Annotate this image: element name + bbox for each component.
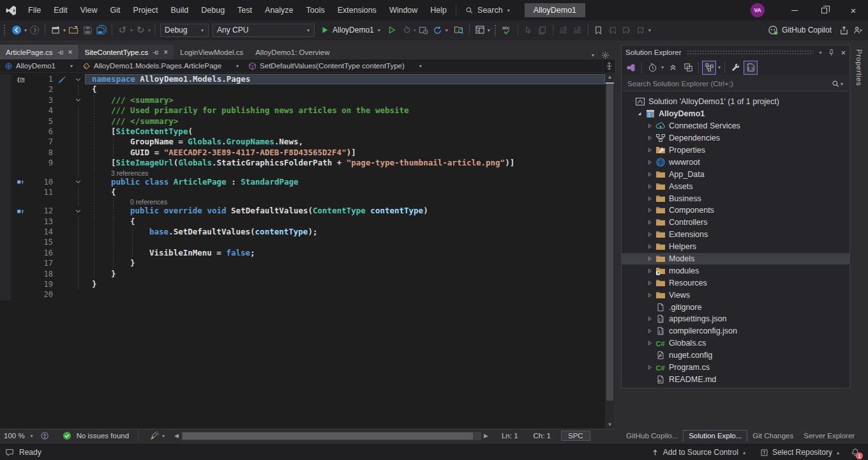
tree-item-components[interactable]: Components <box>622 204 849 217</box>
add-to-source-control-button[interactable]: Add to Source Control ▴ <box>646 448 751 457</box>
code-text[interactable]: base.SetDefaultValues(contentType); <box>85 227 605 237</box>
chevron-collapsed-icon[interactable] <box>645 195 655 203</box>
indicator-margin[interactable] <box>0 95 11 105</box>
tree-item-globals-cs[interactable]: C#Globals.cs <box>622 337 849 349</box>
code-text[interactable]: [SiteContentType( <box>85 126 605 137</box>
redo-icon[interactable]: ↻ <box>134 24 147 36</box>
tab-alloydemo1-overview[interactable]: AlloyDemo1: Overview <box>250 45 335 59</box>
sync-namespaces-icon[interactable] <box>681 61 695 75</box>
indicator-margin[interactable] <box>0 169 11 177</box>
tree-item--gitignore[interactable]: .gitignore <box>622 301 849 313</box>
pin-icon[interactable] <box>152 49 160 56</box>
panel-menu-icon[interactable]: ▾ <box>819 50 821 56</box>
panel-tab-git-changes[interactable]: Git Changes <box>747 431 798 441</box>
indicator-margin[interactable] <box>0 148 11 158</box>
menu-git[interactable]: Git <box>104 0 127 20</box>
performance-icon[interactable] <box>417 24 430 36</box>
code-text[interactable]: [SiteImageUrl(Globals.StaticGraphicsFold… <box>85 158 605 168</box>
menu-view[interactable]: View <box>74 0 104 20</box>
code-cleanup-icon[interactable] <box>148 429 161 442</box>
cleanup-dropdown[interactable]: ▾ <box>162 433 165 439</box>
find-in-files-icon[interactable] <box>453 24 465 36</box>
redo-dropdown[interactable]: ▾ <box>148 27 151 33</box>
scroll-down-icon[interactable]: ▼ <box>605 422 615 427</box>
chevron-collapsed-icon[interactable] <box>645 291 655 299</box>
decrease-indent-icon[interactable] <box>557 24 570 36</box>
pending-changes-filter-icon[interactable] <box>645 61 659 75</box>
spell-check-icon[interactable]: abc <box>501 24 514 36</box>
codelens-link[interactable]: 3 references <box>85 169 605 177</box>
minimize-button[interactable] <box>780 0 809 20</box>
tree-item-connected-services[interactable]: Connected Services <box>622 120 849 132</box>
indicator-margin[interactable] <box>0 137 11 147</box>
tree-item-assets[interactable]: Assets <box>622 180 849 192</box>
tab-articlepage-cs[interactable]: ArticlePage.cs× <box>0 45 79 59</box>
scroll-up-icon[interactable]: ▲ <box>605 74 615 80</box>
bookmark-dropdown[interactable]: ▾ <box>648 27 651 33</box>
tree-item-compilerconfig-json[interactable]: {}compilerconfig.json <box>622 325 849 337</box>
code-text[interactable]: { <box>85 187 605 197</box>
zoom-control[interactable]: 100 % ▾ <box>0 432 38 440</box>
panel-close-icon[interactable]: × <box>841 48 846 57</box>
indicator-margin[interactable] <box>0 217 11 227</box>
editor-horizontal-scrollbar[interactable] <box>181 432 481 440</box>
live-share-icon[interactable] <box>851 24 864 36</box>
menu-debug[interactable]: Debug <box>195 0 231 20</box>
indicator-margin[interactable] <box>0 105 11 116</box>
breadcrumb-segment-0[interactable]: AlloyDemo1▾ <box>0 59 78 72</box>
fold-chevron-icon[interactable] <box>71 95 85 105</box>
code-text[interactable]: /// </summary> <box>85 116 605 126</box>
window-layout-dropdown[interactable]: ▾ <box>488 27 490 33</box>
chevron-collapsed-icon[interactable] <box>645 327 655 335</box>
column-indicator[interactable]: Ch: 1 <box>526 432 559 440</box>
fold-chevron-icon[interactable] <box>71 206 85 216</box>
feedback-icon[interactable] <box>5 448 14 457</box>
code-text[interactable]: } <box>85 258 605 268</box>
toolbar-grip[interactable] <box>494 24 497 36</box>
chevron-collapsed-icon[interactable] <box>645 134 655 142</box>
indicator-margin[interactable] <box>0 74 11 84</box>
navigate-forward-icon[interactable] <box>28 24 41 36</box>
tree-item-wwwroot[interactable]: wwwroot <box>622 156 849 168</box>
start-without-debug-icon[interactable] <box>385 24 398 36</box>
code-text[interactable]: { <box>85 84 605 95</box>
tree-item-app-data[interactable]: App_Data <box>622 168 849 180</box>
tree-item-solution-alloydemo1-1-of-1-project-[interactable]: Solution 'AlloyDemo1' (1 of 1 project) <box>622 96 849 108</box>
code-text[interactable]: /// Used primarily for publishing news a… <box>85 105 605 116</box>
inherit-glyph-icon[interactable] <box>11 206 30 216</box>
indicator-margin[interactable] <box>0 279 11 289</box>
panel-tab-solution-explo-[interactable]: Solution Explo... <box>683 430 747 441</box>
toolbar-grip[interactable] <box>3 24 6 36</box>
code-text[interactable]: namespace AlloyDemo1.Models.Pages <box>85 74 605 84</box>
menu-extensions[interactable]: Extensions <box>331 0 383 20</box>
navigate-back-icon[interactable] <box>10 24 23 36</box>
avatar[interactable]: VA <box>751 3 765 17</box>
indicator-margin[interactable] <box>0 158 11 168</box>
chevron-collapsed-icon[interactable] <box>645 171 655 178</box>
code-text[interactable]: VisibleInMenu = false; <box>85 248 605 258</box>
select-repository-button[interactable]: Select Repository ▴ <box>755 448 845 457</box>
braces-glyph-icon[interactable]: { <box>11 74 30 84</box>
properties-wrench-icon[interactable] <box>728 61 742 75</box>
platform-dropdown[interactable]: Any CPU▾ <box>213 24 315 37</box>
chevron-collapsed-icon[interactable] <box>645 146 655 154</box>
indicator-margin[interactable] <box>0 84 11 95</box>
menu-help[interactable]: Help <box>424 0 453 20</box>
tree-item-startup-cs[interactable]: C#Startup.cs <box>622 385 849 388</box>
close-icon[interactable]: × <box>68 48 73 57</box>
tree-item-dependencies[interactable]: Dependencies <box>622 132 849 144</box>
chevron-collapsed-icon[interactable] <box>645 364 655 371</box>
sync-dropdown[interactable]: ▾ <box>718 65 721 70</box>
next-bookmark-icon[interactable] <box>620 24 633 36</box>
hscroll-left-icon[interactable]: ◀ <box>174 433 179 439</box>
code-text[interactable]: GUID = "AEECADF2-3E89-4117-ADEB-F8D43565… <box>85 148 605 158</box>
issues-label[interactable]: No issues found <box>77 432 129 440</box>
indicator-margin[interactable] <box>0 177 11 187</box>
panel-tab-github-copilo-[interactable]: GitHub Copilo... <box>621 431 683 441</box>
code-editor[interactable]: {1namespace AlloyDemo1.Models.Pages2{3//… <box>0 73 615 429</box>
gear-icon[interactable] <box>601 51 610 59</box>
chevron-collapsed-icon[interactable] <box>645 279 655 287</box>
menu-tools[interactable]: Tools <box>300 0 331 20</box>
chevron-expanded-icon[interactable] <box>634 110 645 118</box>
panel-grip[interactable] <box>687 50 814 55</box>
